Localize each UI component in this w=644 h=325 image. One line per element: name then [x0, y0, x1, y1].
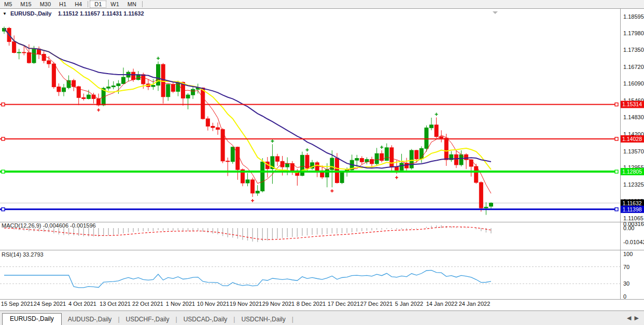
candle: [117, 83, 120, 86]
candle: [142, 75, 145, 84]
candle: [425, 128, 428, 149]
chart-title: ▼ EURUSD-,Daily 1.11512 1.11657 1.11431 …: [3, 10, 144, 17]
candle: [221, 130, 225, 161]
candle: [226, 161, 230, 162]
tab-audusd-daily[interactable]: AUDUSD-,Daily: [62, 314, 118, 325]
level-handle[interactable]: [615, 170, 618, 173]
candle: [161, 64, 165, 97]
candle: [132, 72, 135, 79]
macd-indicator-label: MACD(12,26,9) -0.004606 -0.001596: [2, 222, 96, 229]
candle: [206, 119, 209, 126]
candle: [435, 125, 438, 137]
tab-divider: |: [292, 314, 293, 325]
tab-scroll-left-icon[interactable]: ◀: [627, 315, 634, 321]
price-badge-label: 1.15314: [622, 101, 642, 107]
macd-axis-label: 0.00: [623, 225, 634, 231]
candle: [489, 203, 493, 206]
candle: [166, 84, 170, 97]
time-axis-label: 13 Oct 2021: [100, 301, 131, 307]
fractal-icon: [271, 139, 274, 143]
price-axis-label: 1.17350: [623, 47, 644, 53]
price-axis-label: 1.17980: [623, 30, 644, 36]
chart-shift-icon[interactable]: [493, 11, 498, 14]
candle: [171, 84, 175, 91]
candle: [454, 154, 458, 165]
candle: [32, 49, 36, 63]
price-axis-label: 1.16090: [623, 80, 644, 87]
time-axis-label: 4 Oct 2021: [68, 301, 96, 307]
time-axis-label: 24 Jan 2022: [459, 301, 491, 307]
time-axis-label: 14 Jan 2022: [426, 301, 458, 307]
candle: [47, 61, 51, 64]
candle: [474, 166, 478, 182]
candle: [17, 52, 21, 53]
candle: [484, 207, 488, 208]
price-badge-label: 1.11632: [622, 200, 641, 206]
price-chart-canvas[interactable]: 1.185951.179801.173501.167201.160901.154…: [0, 0, 644, 325]
candle: [360, 159, 363, 162]
time-axis-label: 24 Sep 2021: [34, 301, 66, 307]
candle: [261, 162, 264, 191]
fractal-icon: [157, 57, 160, 60]
rsi-axis-label: 100: [623, 251, 633, 257]
moving-average-30: [4, 29, 491, 168]
candle: [211, 126, 215, 128]
fractal-icon: [435, 112, 438, 116]
fractal-icon: [395, 176, 398, 179]
candle: [57, 87, 61, 92]
rsi-axis-label: 30: [623, 280, 629, 287]
level-handle[interactable]: [615, 103, 618, 106]
time-axis-label: 27 Dec 2021: [360, 301, 393, 307]
tab-usdchf-daily[interactable]: USDCHF-,Daily: [120, 314, 176, 325]
level-handle[interactable]: [2, 170, 5, 173]
price-badge-label: 1.14028: [622, 136, 642, 142]
candle: [231, 147, 234, 162]
moving-average-5: [4, 29, 491, 194]
macd-axis-label: -0.010431: [623, 239, 644, 245]
rsi-line: [4, 270, 491, 288]
candle: [87, 95, 90, 98]
candle: [186, 95, 190, 98]
price-axis-label: 1.13570: [623, 148, 644, 154]
candle: [22, 52, 26, 53]
level-handle[interactable]: [2, 208, 5, 211]
level-handle[interactable]: [615, 208, 618, 211]
candle: [191, 89, 195, 95]
rsi-axis-label: 70: [623, 264, 629, 270]
candle: [107, 87, 110, 89]
time-axis-label: 15 Sep 2021: [1, 301, 33, 307]
candle: [62, 88, 65, 92]
price-badge-label: 1.11398: [622, 206, 641, 213]
candle: [151, 86, 155, 87]
tab-usdcad-daily[interactable]: USDCAD-,Daily: [177, 314, 234, 325]
tab-scroll-right-icon[interactable]: ▶: [635, 315, 642, 321]
level-handle[interactable]: [615, 137, 618, 140]
level-handle[interactable]: [2, 103, 5, 106]
price-axis-label: 1.18595: [623, 13, 644, 20]
time-axis-label: 17 Dec 2021: [328, 301, 360, 307]
fractal-icon: [380, 146, 383, 149]
price-axis-label: 1.14830: [623, 114, 644, 120]
candle: [444, 138, 448, 160]
candle: [385, 148, 388, 161]
tab-eurusd-daily[interactable]: EURUSD-,Daily: [2, 313, 62, 325]
candle: [121, 77, 125, 83]
tab-usdcnh-daily[interactable]: USDCNH-,Daily: [235, 314, 291, 325]
candle: [111, 86, 115, 87]
time-axis-label: 8 Dec 2021: [297, 301, 326, 307]
candles: [3, 26, 493, 215]
candle: [251, 180, 255, 193]
candle: [405, 163, 409, 168]
time-axis-label: 29 Nov 2021: [262, 301, 295, 307]
fractal-icon: [251, 199, 254, 202]
fractal-icon: [97, 108, 100, 111]
candle: [375, 153, 379, 164]
symbol-dropdown-icon[interactable]: ▼: [3, 11, 7, 16]
candle: [390, 148, 394, 167]
level-handle[interactable]: [2, 137, 5, 140]
candle: [430, 125, 433, 128]
time-axis-label: 22 Oct 2021: [132, 301, 163, 307]
candle: [275, 157, 279, 161]
candle: [479, 182, 483, 208]
candle: [12, 41, 16, 52]
